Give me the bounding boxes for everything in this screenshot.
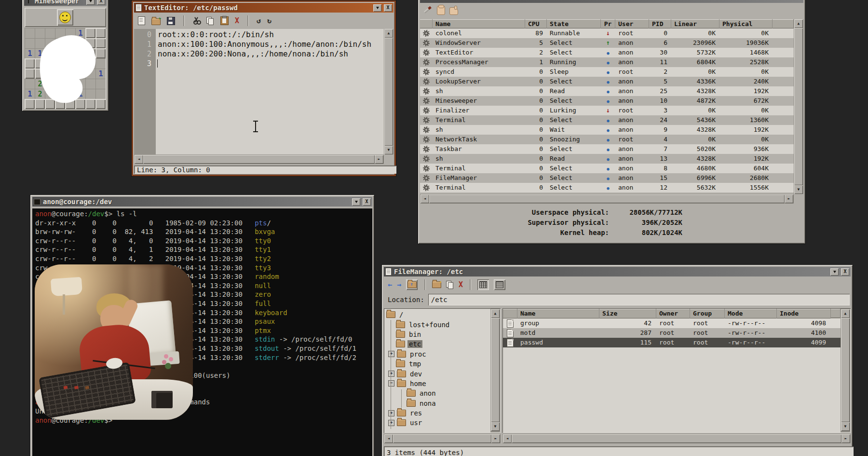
texteditor-titlebar[interactable]: TextEditor: /etc/passwd X	[134, 3, 393, 13]
column-header-owner[interactable]: Owner	[656, 309, 690, 318]
scroll-right-button[interactable]: ►	[841, 434, 850, 443]
scroll-down-button[interactable]: ▼	[491, 422, 500, 431]
scroll-right-button[interactable]: ►	[491, 434, 500, 443]
process-row[interactable]: Minesweeper0Selectanon104872K672K	[420, 96, 794, 106]
tree-item-tmp[interactable]: tmp	[385, 359, 490, 369]
tree-item-dev[interactable]: +dev	[385, 369, 490, 378]
close-button[interactable]: X	[363, 198, 371, 206]
process-row[interactable]: syncd0Sleeproot20K0K	[420, 67, 794, 77]
minesweeper-cell[interactable]: 1	[25, 48, 35, 58]
process-row[interactable]: TextEditor2Selectanon305732K1468K	[420, 48, 794, 57]
file-table-header[interactable]: NameSizeOwnerGroupModeInode	[503, 309, 841, 318]
minesweeper-cell[interactable]	[25, 38, 35, 48]
process-row[interactable]: NetworkTask0Snoozingroot40K0K	[420, 135, 794, 144]
tree-item-proc[interactable]: +proc	[385, 349, 490, 359]
tree-item-bin[interactable]: bin	[385, 330, 490, 339]
close-button[interactable]: X	[97, 0, 105, 5]
new-document-icon[interactable]	[138, 16, 145, 25]
tree-item-etc[interactable]: etc	[385, 339, 490, 349]
column-header-cpu[interactable]: CPU	[525, 19, 547, 28]
scroll-thumb[interactable]	[794, 28, 803, 185]
continue-process-icon[interactable]	[449, 7, 458, 15]
filemanager-titlebar[interactable]: FileManager: /etc X	[384, 267, 851, 276]
tree-expander[interactable]: +	[388, 410, 394, 416]
scroll-up-button[interactable]: ▲	[794, 19, 803, 28]
minesweeper-cell[interactable]	[25, 28, 35, 38]
delete-icon[interactable]: X	[459, 281, 463, 289]
scroll-up-button[interactable]: ▲	[841, 309, 850, 318]
column-header-name[interactable]: Name	[433, 19, 525, 28]
scroll-right-button[interactable]: ►	[785, 194, 793, 203]
scroll-left-button[interactable]: ◄	[384, 434, 393, 443]
tree-item-[interactable]: /	[385, 310, 490, 319]
minimize-button[interactable]	[373, 4, 381, 12]
process-row[interactable]: Terminal0Selectanon245436K1360K	[420, 115, 794, 125]
tree-item-home[interactable]: −home	[385, 379, 490, 388]
scroll-left-button[interactable]: ◄	[503, 434, 512, 443]
process-row[interactable]: sh0Waitanon94328K192K	[420, 125, 794, 135]
process-row[interactable]: ProcessManager1Runninganon116804K2528K	[420, 57, 794, 67]
scroll-thumb[interactable]	[143, 155, 375, 164]
paste-icon[interactable]	[220, 16, 229, 25]
minesweeper-titlebar[interactable]: Minesweeper X	[24, 0, 107, 6]
cut-icon[interactable]	[192, 17, 200, 25]
column-header-pr[interactable]: Pr	[601, 19, 615, 28]
column-header-linear[interactable]: Linear	[671, 19, 719, 28]
scroll-up-button[interactable]: ▲	[491, 309, 500, 318]
process-table-header[interactable]: NameCPUStatePrUserPIDLinearPhysical	[420, 19, 794, 28]
kill-process-icon[interactable]	[423, 5, 433, 15]
close-button[interactable]: X	[384, 4, 392, 12]
process-row[interactable]: Finalizer0Lurkingroot30K0K	[420, 106, 794, 115]
forward-icon[interactable]: →	[397, 281, 401, 289]
undo-icon[interactable]: ↺	[257, 17, 261, 25]
column-header-name[interactable]: Name	[517, 309, 599, 318]
copy-icon[interactable]	[206, 17, 214, 25]
location-input[interactable]: /etc	[428, 294, 850, 305]
scroll-down-button[interactable]: ▼	[794, 185, 803, 194]
process-row[interactable]: WindowServer5Selectanon623096K19036K	[420, 38, 794, 48]
column-header-mode[interactable]: Mode	[725, 309, 777, 318]
minimize-button[interactable]	[830, 268, 839, 276]
scroll-left-button[interactable]: ◄	[420, 194, 429, 203]
minesweeper-cell[interactable]	[25, 99, 35, 109]
column-header-physical[interactable]: Physical	[719, 19, 773, 28]
minimize-button[interactable]	[86, 0, 95, 5]
minesweeper-cell[interactable]	[25, 69, 35, 79]
delete-icon[interactable]: X	[235, 17, 239, 25]
column-header-user[interactable]: User	[615, 19, 649, 28]
column-header-state[interactable]: State	[547, 19, 601, 28]
new-directory-icon[interactable]: ✦	[432, 281, 441, 288]
column-header-icon[interactable]	[420, 19, 433, 28]
column-header-size[interactable]: Size	[599, 309, 656, 318]
file-row-motd[interactable]: motd287rootroot-rw-r--r--4100	[503, 328, 841, 338]
smiley-reset-button[interactable]	[57, 9, 73, 26]
process-row[interactable]: Terminal0Selectanon84680K604K	[420, 164, 794, 173]
scroll-right-button[interactable]: ►	[375, 155, 383, 164]
file-row-passwd[interactable]: passwd115rootroot-rw-r--r--4099	[503, 338, 841, 347]
tree-item-res[interactable]: +res	[385, 408, 490, 418]
list-view-button[interactable]	[494, 279, 505, 290]
tree-expander[interactable]: −	[388, 380, 394, 387]
minesweeper-cell[interactable]	[25, 79, 35, 89]
redo-icon[interactable]: ↻	[267, 17, 271, 25]
scroll-up-button[interactable]: ▲	[384, 29, 393, 38]
table-view-button[interactable]	[477, 279, 489, 290]
tree-item-usr[interactable]: +usr	[385, 418, 490, 428]
process-row[interactable]: sh0Readanon134328K192K	[420, 154, 794, 164]
file-row-group[interactable]: group42rootroot-rw-r--r--4098	[503, 318, 841, 328]
close-button[interactable]: X	[841, 268, 849, 276]
scroll-thumb[interactable]	[384, 38, 393, 146]
scroll-thumb[interactable]	[512, 434, 841, 443]
tree-item-lostfound[interactable]: lost+found	[385, 319, 490, 329]
process-row[interactable]: sh0Readanon254328K192K	[420, 86, 794, 96]
scroll-down-button[interactable]: ▼	[384, 146, 393, 154]
minimize-button[interactable]	[352, 198, 360, 206]
tree-expander[interactable]: +	[388, 420, 394, 426]
column-header-inode[interactable]: Inode	[777, 309, 831, 318]
terminal-titlebar[interactable]: anon@courage:/dev X	[32, 197, 372, 207]
column-header-icon[interactable]	[503, 309, 517, 318]
column-header-pid[interactable]: PID	[649, 19, 671, 28]
column-header-group[interactable]: Group	[690, 309, 725, 318]
tree-expander[interactable]: +	[388, 351, 394, 357]
scroll-thumb[interactable]	[841, 318, 850, 422]
